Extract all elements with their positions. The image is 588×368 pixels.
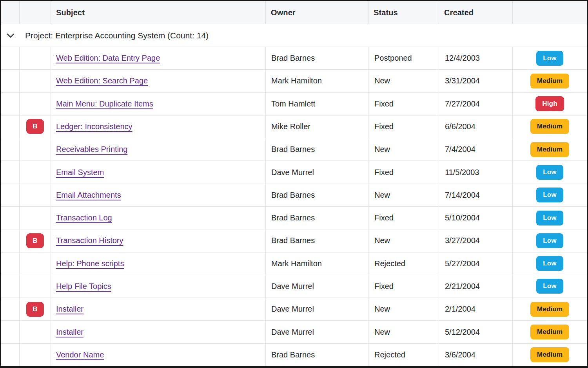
cell-subject: Ledger: Inconsistency xyxy=(51,115,266,138)
group-collapse-button[interactable] xyxy=(1,33,20,38)
cell-expand xyxy=(1,344,20,366)
subject-link[interactable]: Transaction History xyxy=(56,236,123,245)
header-cell-created[interactable]: Created xyxy=(439,1,513,24)
cell-priority: Low xyxy=(513,275,587,298)
cell-expand xyxy=(1,321,20,343)
priority-badge: Low xyxy=(536,165,563,180)
owner-text: Dave Murrel xyxy=(271,168,314,177)
group-row[interactable]: Project: Enterprise Accounting System (C… xyxy=(1,24,587,47)
subject-link[interactable]: Web Edition: Data Entry Page xyxy=(56,54,160,63)
cell-created: 3/6/2004 xyxy=(439,344,513,366)
subject-link[interactable]: Main Menu: Duplicate Items xyxy=(56,99,153,108)
cell-owner: Dave Murrel xyxy=(266,298,368,320)
cell-owner: Dave Murrel xyxy=(266,161,368,183)
priority-badge: Medium xyxy=(530,74,569,88)
cell-status: New xyxy=(368,70,439,92)
owner-text: Tom Hamlett xyxy=(271,99,315,108)
table-row[interactable]: B Main Menu: Duplicate Items Tom Hamlett… xyxy=(1,93,587,115)
cell-created: 5/10/2004 xyxy=(439,207,513,229)
table-row[interactable]: B Ledger: Inconsistency Mike Roller Fixe… xyxy=(1,115,587,138)
subject-link[interactable]: Transaction Log xyxy=(56,213,112,222)
cell-status: Rejected xyxy=(368,344,439,366)
priority-badge: Medium xyxy=(530,325,569,339)
cell-flag: B xyxy=(20,298,51,320)
cell-status: New xyxy=(368,138,439,161)
cell-owner: Brad Barnes xyxy=(266,138,368,161)
subject-link[interactable]: Email Attachments xyxy=(56,191,121,200)
created-text: 2/21/2004 xyxy=(445,282,480,291)
created-text: 7/4/2004 xyxy=(445,145,475,154)
subject-link[interactable]: Web Edition: Search Page xyxy=(56,76,148,85)
created-text: 11/5/2003 xyxy=(445,168,479,177)
created-text: 2/1/2004 xyxy=(445,305,475,314)
status-text: New xyxy=(374,236,390,245)
table-row[interactable]: B Transaction History Brad Barnes New 3/… xyxy=(1,229,587,252)
table-row[interactable]: B Transaction Log Brad Barnes Fixed 5/10… xyxy=(1,207,587,229)
cell-owner: Dave Murrel xyxy=(266,275,368,298)
table-row[interactable]: B Installer Dave Murrel New 5/12/2004 Me… xyxy=(1,321,587,343)
cell-priority: Medium xyxy=(513,298,587,320)
cell-expand xyxy=(1,184,20,206)
flag-badge: B xyxy=(26,119,44,134)
table-row[interactable]: B Email System Dave Murrel Fixed 11/5/20… xyxy=(1,161,587,184)
cell-created: 7/4/2004 xyxy=(439,138,513,161)
created-text: 7/27/2004 xyxy=(445,99,480,108)
flag-badge: B xyxy=(26,302,44,317)
owner-text: Dave Murrel xyxy=(271,305,314,314)
subject-link[interactable]: Email System xyxy=(56,168,104,177)
table-row[interactable]: B Email Attachments Brad Barnes New 7/14… xyxy=(1,184,587,207)
cell-flag: B xyxy=(20,184,51,206)
cell-owner: Dave Murrel xyxy=(266,321,368,343)
cell-created: 3/31/2004 xyxy=(439,70,513,92)
header-cell-owner[interactable]: Owner xyxy=(266,1,368,24)
cell-subject: Web Edition: Data Entry Page xyxy=(51,47,266,69)
subject-link[interactable]: Help File Topics xyxy=(56,282,111,291)
cell-owner: Mark Hamilton xyxy=(266,70,368,92)
owner-text: Mark Hamilton xyxy=(271,76,322,85)
subject-link[interactable]: Installer xyxy=(56,305,83,314)
cell-subject: Help File Topics xyxy=(51,275,266,298)
header-cell-expand xyxy=(1,1,20,24)
subject-link[interactable]: Installer xyxy=(56,328,83,337)
header-cell-status[interactable]: Status xyxy=(368,1,439,24)
subject-link[interactable]: Help: Phone scripts xyxy=(56,259,124,268)
cell-subject: Help: Phone scripts xyxy=(51,253,266,275)
subject-link[interactable]: Ledger: Inconsistency xyxy=(56,122,132,131)
priority-badge: Low xyxy=(536,188,563,202)
table-row[interactable]: B Receivables Printing Brad Barnes New 7… xyxy=(1,138,587,161)
subject-link[interactable]: Vendor Name xyxy=(56,350,104,359)
cell-flag: B xyxy=(20,47,51,69)
priority-badge: Low xyxy=(536,279,563,294)
cell-priority: Low xyxy=(513,253,587,275)
cell-priority: Low xyxy=(513,161,587,183)
cell-priority: Low xyxy=(513,184,587,206)
header-cell-priority xyxy=(513,1,587,24)
cell-priority: Medium xyxy=(513,138,587,161)
header-cell-subject[interactable]: Subject xyxy=(51,1,266,24)
cell-subject: Transaction Log xyxy=(51,207,266,229)
owner-text: Mike Roller xyxy=(271,122,310,131)
table-header-row: Subject Owner Status Created xyxy=(1,1,587,24)
cell-flag: B xyxy=(20,253,51,275)
cell-created: 2/21/2004 xyxy=(439,275,513,298)
table-row[interactable]: B Vendor Name Brad Barnes Rejected 3/6/2… xyxy=(1,344,587,366)
owner-text: Brad Barnes xyxy=(271,145,315,154)
cell-flag: B xyxy=(20,229,51,252)
cell-expand xyxy=(1,93,20,115)
table-row[interactable]: B Installer Dave Murrel New 2/1/2004 Med… xyxy=(1,298,587,321)
priority-badge: Medium xyxy=(530,347,569,362)
status-text: Postponed xyxy=(374,54,412,63)
cell-owner: Brad Barnes xyxy=(266,207,368,229)
table-row[interactable]: B Web Edition: Data Entry Page Brad Barn… xyxy=(1,47,587,70)
table-body: B Web Edition: Data Entry Page Brad Barn… xyxy=(1,47,587,366)
cell-subject: Main Menu: Duplicate Items xyxy=(51,93,266,115)
table-row[interactable]: B Help: Phone scripts Mark Hamilton Reje… xyxy=(1,253,587,275)
cell-expand xyxy=(1,229,20,252)
table-row[interactable]: B Web Edition: Search Page Mark Hamilton… xyxy=(1,70,587,92)
table-row[interactable]: B Help File Topics Dave Murrel Fixed 2/2… xyxy=(1,275,587,298)
cell-flag: B xyxy=(20,207,51,229)
header-cell-flag xyxy=(20,1,51,24)
cell-created: 6/6/2004 xyxy=(439,115,513,138)
status-text: New xyxy=(374,145,390,154)
subject-link[interactable]: Receivables Printing xyxy=(56,145,127,154)
